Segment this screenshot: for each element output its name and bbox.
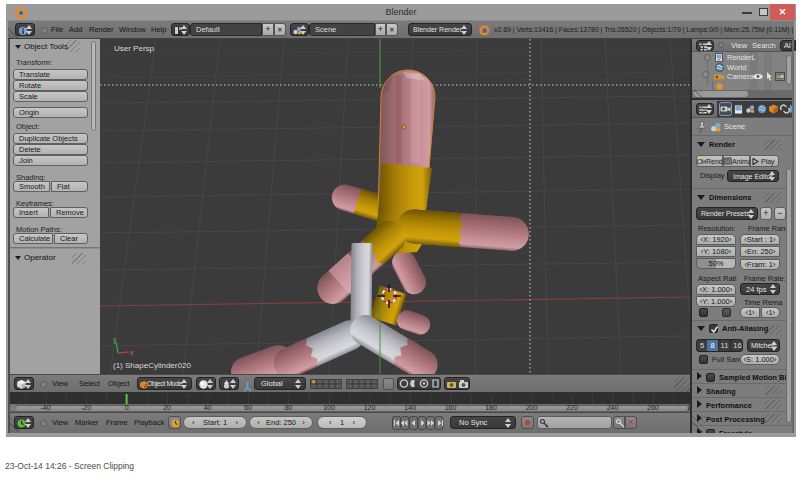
svg-text:y: y <box>113 336 117 344</box>
svg-text:User Persp: User Persp <box>114 44 155 53</box>
svg-text:(1) ShapeCylinder020: (1) ShapeCylinder020 <box>113 361 191 370</box>
svg-text:x: x <box>130 349 134 356</box>
